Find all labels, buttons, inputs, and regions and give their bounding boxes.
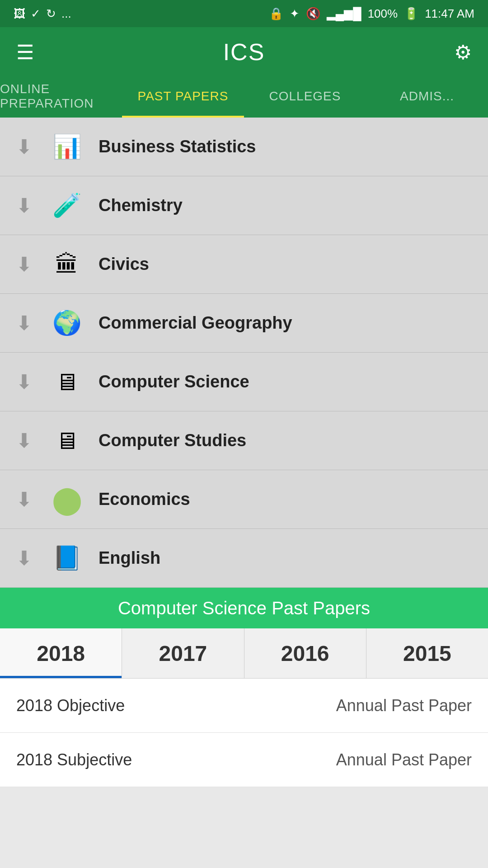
subject-icon-english: 📘 [49, 540, 85, 576]
app-bar: ☰ ICS ⚙ [0, 27, 488, 77]
download-icon: ⬇ [13, 194, 35, 217]
year-tab-bar: 2018 2017 2016 2015 [0, 628, 488, 679]
subject-label: Commercial Geography [99, 313, 292, 333]
subject-list: ⬇ 📊 Business Statistics ⬇ 🧪 Chemistry ⬇ … [0, 118, 488, 588]
signal-icon: ▂▄▆█ [327, 7, 361, 21]
subject-item-chemistry[interactable]: ⬇ 🧪 Chemistry [0, 176, 488, 235]
app-title: ICS [223, 38, 265, 66]
tab-online-preparation[interactable]: ONLINE PREPARATION [0, 77, 122, 118]
more-icon: ... [61, 7, 71, 21]
status-bar: 🖼 ✓ ↻ ... 🔒 ✦ 🔇 ▂▄▆█ 100% 🔋 11:47 AM [0, 0, 488, 27]
subject-icon-commercial-geography: 🌍 [49, 305, 85, 341]
subject-icon-chemistry: 🧪 [49, 188, 85, 224]
paper-list: 2018 Objective Annual Past Paper 2018 Su… [0, 679, 488, 787]
paper-item-2018-subjective[interactable]: 2018 Subjective Annual Past Paper [0, 733, 488, 787]
image-icon: 🖼 [14, 7, 25, 21]
subject-label: Chemistry [99, 196, 183, 215]
subject-label: Economics [99, 490, 190, 509]
download-icon: ⬇ [13, 311, 35, 335]
subject-item-economics[interactable]: ⬇ ⬤ Economics [0, 470, 488, 529]
year-tab-2018[interactable]: 2018 [0, 628, 122, 678]
subject-icon-computer-studies: 🖥 [49, 423, 85, 459]
lock-icon: 🔒 [269, 7, 283, 21]
paper-label-right: Annual Past Paper [336, 696, 472, 715]
subject-label: Civics [99, 255, 149, 274]
subject-label: English [99, 548, 160, 568]
subject-icon-business-statistics: 📊 [49, 129, 85, 165]
battery-text: 100% [368, 7, 398, 21]
bluetooth-icon: ✦ [290, 7, 300, 21]
tab-bar: ONLINE PREPARATION PAST PAPERS COLLEGES … [0, 77, 488, 118]
refresh-icon: ↻ [46, 7, 56, 21]
subject-item-english[interactable]: ⬇ 📘 English [0, 529, 488, 588]
bottom-panel: Computer Science Past Papers 2018 2017 2… [0, 588, 488, 787]
tab-past-papers[interactable]: PAST PAPERS [122, 77, 244, 118]
paper-label-right: Annual Past Paper [336, 750, 472, 769]
paper-label-left: 2018 Subjective [16, 750, 336, 769]
download-icon: ⬇ [13, 370, 35, 393]
paper-label-left: 2018 Objective [16, 696, 336, 715]
subject-item-civics[interactable]: ⬇ 🏛 Civics [0, 235, 488, 294]
time-display: 11:47 AM [425, 7, 474, 21]
download-icon: ⬇ [13, 253, 35, 276]
download-icon: ⬇ [13, 488, 35, 511]
subject-icon-economics: ⬤ [49, 481, 85, 518]
status-left-icons: 🖼 ✓ ↻ ... [14, 7, 71, 21]
year-tab-2017[interactable]: 2017 [122, 628, 244, 678]
volume-off-icon: 🔇 [306, 7, 320, 21]
check-icon: ✓ [31, 7, 41, 21]
panel-title: Computer Science Past Papers [0, 588, 488, 628]
hamburger-menu-icon[interactable]: ☰ [16, 41, 34, 64]
status-right-icons: 🔒 ✦ 🔇 ▂▄▆█ 100% 🔋 11:47 AM [269, 7, 474, 21]
subject-icon-computer-science: 🖥 [49, 364, 85, 400]
subject-item-commercial-geography[interactable]: ⬇ 🌍 Commercial Geography [0, 294, 488, 353]
tab-colleges[interactable]: COLLEGES [244, 77, 366, 118]
battery-icon: 🔋 [404, 7, 418, 21]
subject-label: Computer Science [99, 372, 249, 392]
paper-item-2018-objective[interactable]: 2018 Objective Annual Past Paper [0, 679, 488, 733]
download-icon: ⬇ [13, 135, 35, 158]
download-icon: ⬇ [13, 429, 35, 452]
download-icon: ⬇ [13, 547, 35, 570]
subject-icon-civics: 🏛 [49, 246, 85, 283]
year-tab-2016[interactable]: 2016 [244, 628, 366, 678]
subject-label: Computer Studies [99, 431, 246, 450]
subject-item-computer-science[interactable]: ⬇ 🖥 Computer Science [0, 353, 488, 411]
subject-item-business-statistics[interactable]: ⬇ 📊 Business Statistics [0, 118, 488, 176]
tab-admissions[interactable]: ADMIS... [366, 77, 488, 118]
subject-item-computer-studies[interactable]: ⬇ 🖥 Computer Studies [0, 411, 488, 470]
year-tab-2015[interactable]: 2015 [366, 628, 488, 678]
subject-label: Business Statistics [99, 137, 256, 156]
settings-icon[interactable]: ⚙ [454, 41, 472, 64]
